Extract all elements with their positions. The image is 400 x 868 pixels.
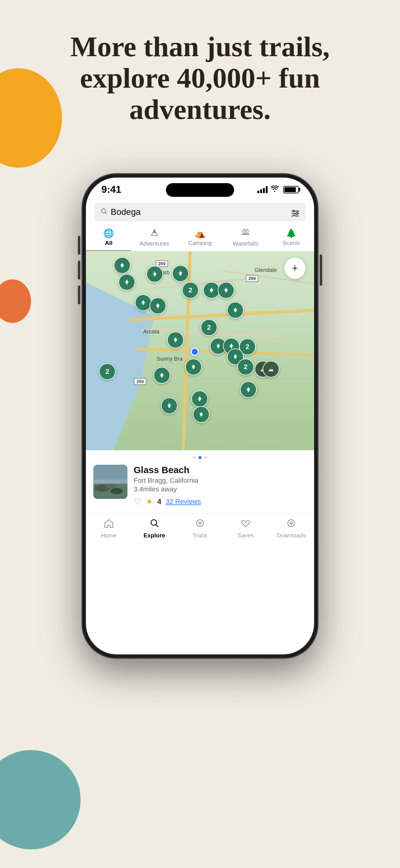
headline-section: More than just trails, explore 40,000+ f… (0, 31, 400, 125)
card-subtitle: Fort Bragg, California (134, 476, 307, 485)
map-pin-18[interactable] (161, 397, 178, 414)
map-pin-1[interactable] (114, 257, 131, 274)
map-pin-7[interactable] (135, 294, 152, 311)
card-rating: ♡ ★ 4 32 Reviews (134, 496, 307, 507)
svg-point-36 (197, 520, 203, 527)
svg-rect-15 (226, 290, 227, 292)
nav-item-home[interactable]: Home (86, 518, 131, 539)
tab-adventures-label: Adventures (139, 240, 169, 247)
home-icon (104, 518, 113, 530)
map-pin-10[interactable] (167, 332, 184, 348)
map-pin-3[interactable] (172, 265, 189, 282)
map-pin-cluster-5[interactable]: 2 (99, 363, 116, 380)
card-dot-2 (198, 456, 202, 459)
card-distance: 3.4miles away (134, 485, 307, 493)
search-icon (100, 207, 108, 217)
tab-camping[interactable]: ⛺ Camping (177, 226, 223, 251)
tab-camping-label: Camping (188, 240, 212, 247)
map-label-glendale: Glendale (255, 267, 277, 274)
map-pin-19[interactable] (193, 406, 210, 423)
svg-rect-14 (211, 290, 212, 292)
card-dot-1 (193, 456, 196, 459)
tab-scenic[interactable]: 🌲 Scenic (269, 226, 314, 251)
map-pin-8[interactable] (149, 298, 166, 314)
svg-rect-18 (235, 310, 236, 312)
svg-rect-16 (143, 303, 144, 305)
svg-rect-28 (201, 415, 202, 416)
card-image[interactable] (93, 465, 128, 499)
nav-label-saves: Saves (237, 532, 254, 539)
tab-adventures[interactable]: Adventures (131, 226, 177, 251)
map-label-arcata: Arcata (143, 329, 159, 335)
nav-label-downloads: Downloads (276, 532, 306, 539)
map-pin-cluster-1[interactable]: 2 (182, 282, 199, 299)
nav-label-explore: Explore (143, 532, 165, 539)
svg-rect-21 (231, 346, 232, 348)
svg-point-37 (199, 522, 201, 524)
saves-icon (241, 518, 250, 530)
nav-label-track: Track (193, 532, 207, 539)
svg-rect-23 (193, 367, 194, 369)
nav-item-saves[interactable]: Saves (223, 518, 269, 539)
tab-all[interactable]: 🌐 All (86, 226, 131, 251)
card-dot-3 (204, 456, 207, 459)
wifi-icon (271, 186, 279, 194)
search-container: Bodega × (86, 198, 314, 224)
nav-label-home: Home (101, 532, 116, 539)
map-pin-cluster-2[interactable]: 2 (201, 319, 218, 336)
map-pin-17[interactable] (191, 391, 208, 407)
status-time: 9:41 (101, 184, 121, 195)
tab-camping-icon: ⛺ (195, 228, 206, 239)
tab-waterfalls-icon (241, 228, 250, 239)
search-input-value[interactable]: Bodega (111, 207, 292, 217)
nav-item-track[interactable]: Track (177, 518, 223, 539)
svg-rect-8 (246, 229, 248, 234)
map-pin-9[interactable] (227, 302, 244, 318)
map-pin-14[interactable] (185, 359, 202, 375)
nav-item-explore[interactable]: Explore (131, 518, 177, 539)
location-card[interactable]: Glass Beach Fort Bragg, California 3.4mi… (86, 450, 314, 513)
svg-rect-12 (180, 274, 181, 276)
svg-rect-10 (122, 266, 123, 268)
card-info: Glass Beach Fort Bragg, California 3.4mi… (134, 465, 307, 507)
signal-icon (257, 186, 268, 193)
search-bar[interactable]: Bodega × (95, 203, 305, 221)
tab-adventures-icon (150, 228, 159, 239)
svg-point-32 (110, 488, 123, 494)
svg-rect-24 (161, 376, 163, 377)
bottom-navigation: Home Explore (86, 513, 314, 548)
map-pin-4[interactable] (119, 274, 135, 290)
tab-waterfalls-label: Waterfalls (233, 240, 259, 247)
tab-all-icon: 🌐 (103, 228, 114, 239)
tab-scenic-label: Scenic (282, 240, 300, 247)
map-pin-15[interactable] (154, 367, 170, 384)
map-pin-5[interactable] (203, 282, 220, 299)
card-pagination-dots (93, 456, 307, 459)
star-icon: ★ (146, 497, 153, 506)
tab-waterfalls[interactable]: Waterfalls (223, 226, 269, 251)
map-label-sunnybra: Sunny Bra (157, 356, 182, 362)
reviews-link[interactable]: 32 Reviews (166, 498, 201, 506)
svg-rect-20 (218, 346, 219, 348)
svg-rect-27 (169, 406, 170, 408)
map-pin-2[interactable] (146, 266, 163, 282)
explore-icon (150, 518, 159, 530)
highway-299: 299 (246, 275, 258, 282)
map-pin-6[interactable] (218, 282, 234, 299)
map-pin-cluster-4[interactable]: 2 (237, 359, 254, 375)
favorite-icon[interactable]: ♡ (134, 496, 141, 507)
svg-rect-34 (93, 479, 128, 484)
highway-255: 255 (134, 378, 146, 385)
svg-point-6 (293, 215, 295, 216)
map-view[interactable]: 200 299 255 Allia Arcata Korb Glendale S… (86, 251, 314, 450)
downloads-icon (287, 518, 296, 530)
map-pin-mountain-2[interactable] (263, 361, 279, 377)
map-pin-16[interactable] (240, 381, 257, 398)
phone-mockup: 9:41 (82, 174, 318, 658)
tab-all-label: All (105, 240, 112, 247)
user-location-dot (191, 348, 199, 356)
nav-item-downloads[interactable]: Downloads (269, 518, 314, 539)
svg-rect-26 (199, 399, 200, 401)
headline-text: More than just trails, explore 40,000+ f… (25, 31, 375, 125)
compass-button[interactable] (284, 258, 305, 279)
